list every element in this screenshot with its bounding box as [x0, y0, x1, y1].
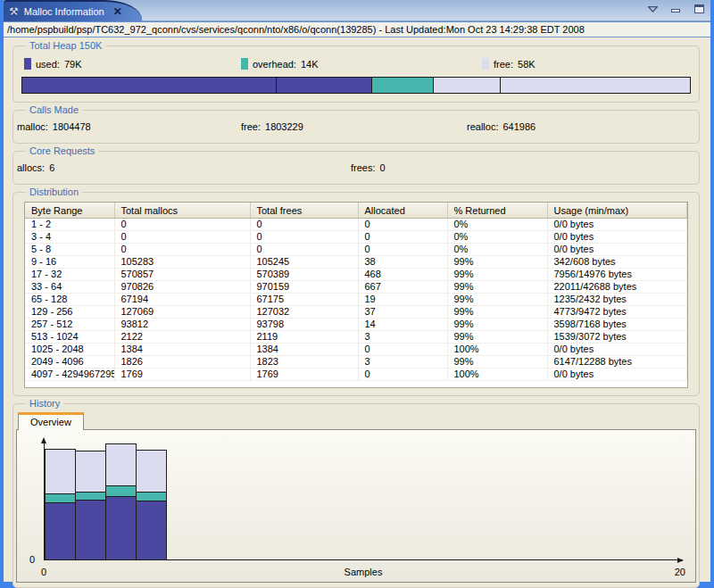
history-title: History: [26, 398, 63, 409]
distribution-title: Distribution: [26, 186, 82, 197]
col-usage[interactable]: Usage (min/max): [547, 203, 687, 219]
overhead-swatch: [241, 58, 248, 70]
legend-overhead-label: overhead:: [253, 59, 296, 70]
table-row[interactable]: 65 - 12867194671751999%1235/2432 bytes: [25, 294, 687, 306]
tab-overview[interactable]: Overview: [18, 412, 84, 430]
table-row[interactable]: 2049 - 409618261823399%6147/12288 bytes: [25, 356, 687, 369]
table-cell: 0: [250, 244, 358, 256]
table-cell: 99%: [447, 281, 547, 294]
table-cell: 99%: [447, 256, 547, 269]
table-cell: 4773/9472 bytes: [547, 306, 687, 319]
frees-stat: frees:0: [351, 162, 386, 173]
history-bar: [75, 451, 106, 559]
history-bar-used-segment: [75, 500, 106, 560]
table-cell: 0/0 bytes: [547, 231, 687, 244]
table-cell: 257 - 512: [25, 319, 114, 331]
table-cell: 67175: [250, 294, 358, 306]
free-stat: free:1803229: [241, 121, 303, 132]
table-cell: 22011/42688 bytes: [547, 281, 687, 294]
table-cell: 342/608 bytes: [547, 256, 687, 269]
table-cell: 3: [358, 331, 447, 344]
legend-overhead: overhead: 14K: [241, 58, 319, 70]
history-bar: [136, 450, 167, 559]
heap-legend: used: 79K overhead: 14K free: 58K: [21, 58, 691, 72]
table-cell: 0: [114, 231, 250, 244]
table-cell: 67194: [114, 294, 250, 306]
col-total-mallocs[interactable]: Total mallocs: [114, 203, 250, 219]
table-row[interactable]: 1 - 20000%0/0 bytes: [25, 219, 687, 231]
table-cell: 0/0 bytes: [547, 369, 687, 381]
table-cell: 570857: [114, 269, 250, 281]
legend-used: used: 79K: [24, 58, 82, 70]
table-row[interactable]: 17 - 3257085757038946899%7956/14976 byte…: [25, 269, 687, 281]
col-byte-range[interactable]: Byte Range: [25, 203, 114, 219]
table-cell: 0/0 bytes: [547, 344, 687, 356]
history-bar-free-segment: [105, 443, 137, 486]
x-axis-arrow-icon: [677, 558, 684, 563]
table-cell: 14: [358, 319, 447, 331]
table-filler: [25, 381, 687, 387]
legend-free-value: 58K: [518, 59, 536, 70]
history-bar-used-segment: [45, 502, 76, 560]
table-cell: 0: [250, 219, 358, 231]
distribution-group: Distribution Byte Range Total mallocs To…: [12, 192, 700, 396]
table-cell: 1 - 2: [25, 219, 114, 231]
table-row[interactable]: 1025 - 2048138413840100%0/0 bytes: [25, 344, 687, 356]
table-cell: 3: [358, 356, 447, 369]
table-cell: 0: [358, 369, 447, 381]
table-cell: 1384: [114, 344, 250, 356]
close-icon[interactable]: ✕: [113, 5, 122, 18]
col-allocated[interactable]: Allocated: [358, 203, 447, 219]
table-cell: 19: [358, 294, 447, 306]
history-bar: [105, 443, 137, 559]
history-bar-free-segment: [136, 450, 167, 493]
minimize-icon[interactable]: [669, 4, 682, 14]
col-percent-returned[interactable]: % Returned: [447, 203, 547, 219]
free-swatch: [482, 58, 489, 70]
table-cell: 970826: [114, 281, 250, 294]
table-cell: 0: [358, 231, 447, 244]
table-cell: 6147/12288 bytes: [547, 356, 687, 369]
core-requests-group: Core Requests allocs:6 frees:0: [12, 151, 700, 185]
table-row[interactable]: 33 - 6497082697015966799%22011/42688 byt…: [25, 281, 687, 294]
table-cell: 37: [358, 306, 447, 319]
y-axis-arrow-icon: [41, 437, 46, 443]
total-heap-title: Total Heap 150K: [26, 40, 105, 51]
history-chart: 0 0 Samples 20: [16, 429, 696, 583]
table-cell: 0: [250, 231, 358, 244]
heap-bar: [21, 77, 691, 94]
table-row[interactable]: 4097 - 4294967295176917690100%0/0 bytes: [25, 369, 687, 381]
x-axis: [44, 559, 683, 560]
history-bars: [45, 443, 167, 559]
heap-free-segment: [434, 78, 690, 93]
table-cell: 1823: [250, 356, 358, 369]
table-cell: 129 - 256: [25, 306, 114, 319]
legend-free-label: free:: [494, 59, 513, 70]
tab-malloc-information[interactable]: ⚒ Malloc Information ✕: [4, 0, 142, 21]
table-row[interactable]: 129 - 2561270691270323799%4773/9472 byte…: [25, 306, 687, 319]
table-cell: 1235/2432 bytes: [547, 294, 687, 306]
distribution-table: Byte Range Total mallocs Total frees All…: [24, 202, 688, 388]
table-cell: 1539/3072 bytes: [547, 331, 687, 344]
table-cell: 0%: [447, 219, 547, 231]
col-total-frees[interactable]: Total frees: [250, 203, 358, 219]
table-row[interactable]: 257 - 51293812937981499%3598/7168 bytes: [25, 319, 687, 331]
history-bar-free-segment: [45, 449, 76, 494]
table-cell: 99%: [447, 269, 547, 281]
maximize-icon[interactable]: [693, 4, 705, 14]
view-menu-chevron-down-icon[interactable]: [646, 4, 659, 14]
table-cell: 1384: [250, 344, 358, 356]
calls-made-group: Calls Made malloc:1804478 free:1803229 r…: [12, 110, 700, 144]
table-cell: 99%: [447, 306, 547, 319]
table-cell: 3 - 4: [25, 231, 114, 244]
table-row[interactable]: 3 - 40000%0/0 bytes: [25, 231, 687, 244]
table-row[interactable]: 5 - 80000%0/0 bytes: [25, 244, 687, 256]
history-bar-free-segment: [75, 451, 106, 493]
table-cell: 93798: [250, 319, 358, 331]
y-axis: [44, 443, 45, 560]
legend-used-label: used:: [36, 59, 60, 70]
table-row[interactable]: 513 - 102421222119399%1539/3072 bytes: [25, 331, 687, 344]
table-row[interactable]: 9 - 161052831052453899%342/608 bytes: [25, 256, 687, 269]
y-axis-zero-label: 0: [29, 554, 35, 565]
history-bar-used-segment: [105, 496, 137, 560]
